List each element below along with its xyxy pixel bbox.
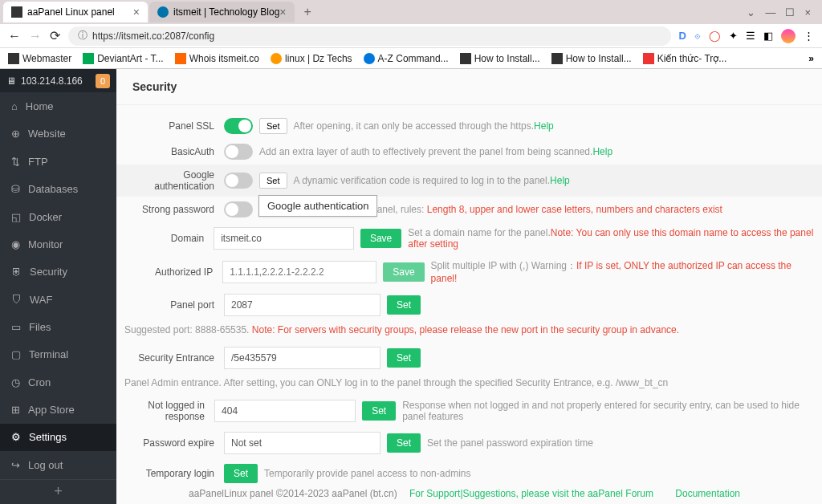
- translate-icon[interactable]: ⟐: [694, 30, 701, 42]
- reload-button[interactable]: ⟳: [50, 28, 60, 43]
- save-button[interactable]: Save: [360, 229, 401, 248]
- sidebar-item-website[interactable]: ⊕Website: [0, 120, 116, 148]
- menu-icon[interactable]: ⋮: [804, 30, 814, 42]
- tab-2[interactable]: itsmeit | Technology Blog×: [149, 2, 295, 22]
- help-link[interactable]: Help: [592, 146, 612, 157]
- main-content: Security Panel SSL Set After opening, it…: [116, 69, 822, 504]
- minimize-icon[interactable]: —: [765, 6, 775, 18]
- sidebar-item-home[interactable]: ⌂Home: [0, 92, 116, 120]
- support-link[interactable]: For Support|Suggestions, please visit th…: [409, 488, 653, 499]
- site-icon: [364, 53, 375, 64]
- entrance-note: Panel Admin entrance. After setting, you…: [116, 374, 822, 395]
- help-link[interactable]: Help: [534, 120, 554, 132]
- sidebar-item-databases[interactable]: ⛁Databases: [0, 176, 116, 203]
- row-google-auth: Google authentication Set A dynamic veri…: [116, 165, 822, 197]
- bookmark[interactable]: How to Install...: [551, 53, 632, 64]
- browser-tabs: aaPanel Linux panel× itsmeit | Technolog…: [0, 0, 822, 24]
- hint: Response when not logged in and not prop…: [402, 400, 814, 422]
- square-icon[interactable]: ◧: [763, 30, 773, 42]
- waf-icon: ⛉: [11, 294, 22, 306]
- toggle-google-auth[interactable]: [224, 173, 253, 189]
- docs-link[interactable]: Documentation: [675, 488, 740, 499]
- sidebar-item-waf[interactable]: ⛉WAF: [0, 286, 116, 313]
- set-button[interactable]: Set: [259, 118, 287, 134]
- sidebar-item-security[interactable]: ⛨Security: [0, 258, 116, 286]
- bookmark[interactable]: Kiến thức- Trợ...: [643, 53, 727, 64]
- forward-button[interactable]: →: [29, 29, 42, 43]
- tab-title: aaPanel Linux panel: [27, 6, 115, 18]
- hint: Add an extra layer of auth to effectivel…: [259, 146, 612, 157]
- row-domain: Domain Save Set a domain name for the pa…: [116, 222, 822, 254]
- sidebar-item-logout[interactable]: ↪Log out: [0, 451, 116, 478]
- row-security-entrance: Security Entrance Set: [116, 342, 822, 374]
- tab-icon: [11, 6, 22, 18]
- page-title: Security: [116, 69, 822, 105]
- hint: A dynamic verification code is required …: [294, 175, 570, 186]
- help-link[interactable]: Help: [550, 175, 570, 186]
- set-button[interactable]: Set: [362, 401, 396, 421]
- url-text: https://itsmeit.co:2087/config: [92, 30, 214, 42]
- sidebar-item-terminal[interactable]: ▢Terminal: [0, 341, 116, 368]
- bookmark[interactable]: A-Z Command...: [364, 53, 449, 64]
- maximize-icon[interactable]: ☐: [785, 6, 795, 18]
- toggle-panel-ssl[interactable]: [224, 118, 253, 134]
- close-icon[interactable]: ×: [133, 6, 140, 18]
- tooltip: Google authentication: [258, 195, 377, 217]
- home-icon: ⌂: [11, 100, 18, 112]
- bookmark[interactable]: How to Install...: [460, 53, 540, 64]
- bookmark[interactable]: linux | Dz Techs: [271, 53, 352, 64]
- bookmark[interactable]: DeviantArt - T...: [83, 53, 163, 64]
- footer: aaPanelLinux panel ©2014-2023 aaPanel (b…: [116, 488, 822, 499]
- bookmarks-bar: Webmaster DeviantArt - T... Whois itsmei…: [0, 48, 822, 69]
- chevron-down-icon[interactable]: ⌄: [747, 6, 755, 18]
- globe-icon: ⊕: [11, 128, 20, 140]
- set-button[interactable]: Set: [387, 433, 421, 453]
- bookmark[interactable]: Webmaster: [8, 53, 71, 64]
- entrance-input[interactable]: [224, 347, 380, 369]
- sidebar-item-appstore[interactable]: ⊞App Store: [0, 396, 116, 423]
- row-basicauth: BasicAuth Add an extra layer of auth to …: [116, 139, 822, 165]
- new-tab-button[interactable]: +: [296, 5, 319, 19]
- extension-icon[interactable]: ◯: [709, 30, 721, 42]
- sidebar-item-ftp[interactable]: ⇅FTP: [0, 148, 116, 175]
- row-password-expire: Password expire Set Set the panel passwo…: [116, 427, 822, 459]
- password-expire-input[interactable]: [224, 432, 380, 454]
- sidebar-item-docker[interactable]: ◱Docker: [0, 203, 116, 230]
- port-input[interactable]: [224, 294, 380, 316]
- bookmark[interactable]: Whois itsmeit.co: [175, 53, 259, 64]
- tab-1[interactable]: aaPanel Linux panel×: [3, 2, 148, 22]
- label: Not logged in response: [124, 400, 214, 422]
- close-icon[interactable]: ×: [279, 6, 286, 18]
- save-button[interactable]: Save: [383, 262, 424, 282]
- avatar[interactable]: [781, 29, 796, 43]
- hint: Set a domain name for the panel.Note: Yo…: [408, 227, 814, 250]
- toggle-basicauth[interactable]: [224, 144, 253, 160]
- set-button[interactable]: Set: [224, 464, 258, 483]
- not-logged-input[interactable]: [214, 400, 356, 422]
- extension-icon[interactable]: D: [679, 30, 686, 42]
- label: Domain: [124, 233, 214, 244]
- sidebar-item-cron[interactable]: ◷Cron: [0, 368, 116, 396]
- label: BasicAuth: [124, 146, 224, 157]
- set-button[interactable]: Set: [387, 295, 421, 315]
- sidebar-item-files[interactable]: ▭Files: [0, 313, 116, 340]
- close-icon[interactable]: ×: [804, 6, 811, 18]
- set-button[interactable]: Set: [259, 173, 287, 189]
- reader-icon[interactable]: ☰: [746, 30, 755, 42]
- sidebar-header: 🖥 103.214.8.166 0: [0, 69, 116, 92]
- sidebar-item-settings[interactable]: ⚙Settings: [0, 424, 116, 451]
- extensions-icon[interactable]: ✦: [729, 30, 738, 42]
- authorized-ip-input[interactable]: [222, 261, 376, 283]
- label: Temporary login: [124, 468, 224, 479]
- sidebar-item-monitor[interactable]: ◉Monitor: [0, 230, 116, 258]
- domain-input[interactable]: [214, 227, 354, 250]
- set-button[interactable]: Set: [387, 348, 421, 368]
- sidebar-add[interactable]: +: [0, 479, 116, 504]
- notification-badge[interactable]: 0: [96, 74, 110, 88]
- toggle-strong-password[interactable]: [224, 201, 253, 217]
- url-bar[interactable]: ⓘhttps://itsmeit.co:2087/config: [68, 26, 671, 46]
- ip-address: 103.214.8.166: [21, 75, 83, 87]
- more-bookmarks[interactable]: »: [808, 53, 814, 64]
- back-button[interactable]: ←: [8, 29, 21, 43]
- copyright: aaPanelLinux panel ©2014-2023 aaPanel (b…: [189, 488, 397, 499]
